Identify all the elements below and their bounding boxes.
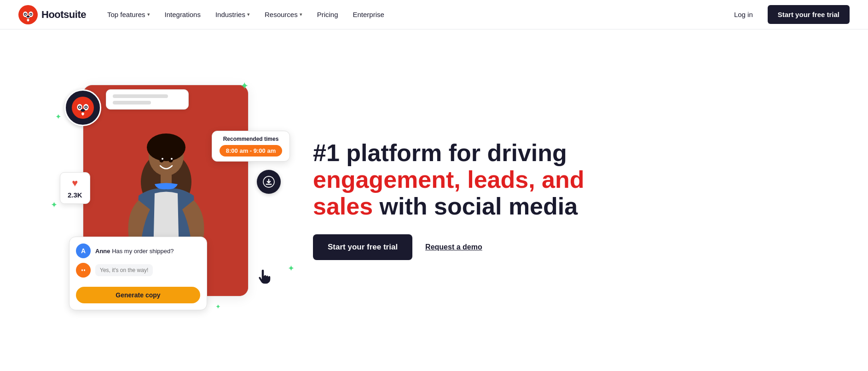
- chevron-down-icon: ▾: [300, 12, 302, 17]
- svg-point-25: [85, 106, 87, 108]
- hero-illustration: ✦ ✦ ✦ ✦ ✦: [55, 71, 285, 329]
- owl-avatar: [64, 89, 101, 126]
- hero-trial-button[interactable]: Start your free trial: [313, 234, 412, 260]
- owl-avatar-icon: [72, 97, 94, 119]
- svg-point-30: [81, 269, 83, 271]
- login-button[interactable]: Log in: [727, 7, 760, 22]
- svg-point-18: [171, 158, 173, 160]
- post-line: [113, 101, 151, 104]
- hero-text-block: #1 platform for driving engagement, lead…: [313, 139, 598, 261]
- hootsuite-owl-icon: [18, 5, 38, 24]
- nav-item-enterprise[interactable]: Enterprise: [347, 7, 391, 22]
- svg-point-5: [25, 13, 26, 15]
- navbar: Hootsuite Top features ▾ Integrations In…: [0, 0, 868, 29]
- svg-point-26: [81, 109, 85, 112]
- bot-icon: [80, 267, 87, 274]
- chat-user-avatar: A: [76, 243, 91, 258]
- svg-point-31: [84, 269, 85, 271]
- request-demo-button[interactable]: Request a demo: [425, 243, 482, 251]
- headline-part2: with social media: [373, 193, 578, 220]
- nav-item-top-features[interactable]: Top features ▾: [101, 7, 156, 22]
- svg-point-28: [80, 267, 87, 273]
- chat-message-row: A Anne Has my order shipped?: [76, 243, 200, 258]
- svg-rect-12: [161, 174, 172, 183]
- cursor-icon: [258, 269, 272, 287]
- nav-item-integrations[interactable]: Integrations: [158, 7, 207, 22]
- sparkle-icon: ✦: [51, 200, 58, 210]
- nav-links: Top features ▾ Integrations Industries ▾…: [101, 7, 727, 22]
- svg-point-24: [79, 106, 80, 108]
- nav-item-resources[interactable]: Resources ▾: [258, 7, 309, 22]
- post-preview-card: [106, 89, 189, 110]
- nav-item-pricing[interactable]: Pricing: [311, 7, 345, 22]
- chevron-down-icon: ▾: [147, 12, 150, 17]
- hero-headline: #1 platform for driving engagement, lead…: [313, 139, 598, 220]
- sparkle-icon: ✦: [215, 303, 221, 310]
- hero-actions: Start your free trial Request a demo: [313, 234, 598, 260]
- svg-point-16: [168, 157, 173, 162]
- svg-point-11: [147, 133, 185, 161]
- svg-point-17: [162, 158, 163, 160]
- nav-item-industries[interactable]: Industries ▾: [209, 7, 256, 22]
- share-button[interactable]: [257, 170, 281, 194]
- post-line: [113, 94, 168, 98]
- sparkle-icon: ✦: [288, 263, 295, 273]
- sparkle-icon: ✦: [55, 112, 61, 121]
- chat-reply-text: Yes, it's on the way!: [95, 264, 153, 276]
- svg-point-6: [30, 13, 32, 15]
- heart-icon: ♥: [72, 177, 78, 189]
- chat-bot-avatar: [76, 263, 91, 278]
- nav-right: Log in Start your free trial: [727, 5, 850, 24]
- headline-part1: #1 platform for driving: [313, 139, 567, 166]
- svg-point-15: [159, 157, 164, 162]
- likes-count: 2.3K: [68, 191, 82, 199]
- hand-cursor-icon: [258, 269, 272, 284]
- download-icon: [263, 176, 275, 188]
- chat-reply-row: Yes, it's on the way!: [76, 263, 200, 278]
- logo-link[interactable]: Hootsuite: [18, 5, 86, 24]
- chevron-down-icon: ▾: [247, 12, 250, 17]
- likes-badge: ♥ 2.3K: [60, 172, 90, 204]
- recommended-times-card: Recommended times 8:00 am - 9:00 am: [212, 131, 290, 162]
- logo-text: Hootsuite: [41, 9, 86, 21]
- chat-message-text: Anne Has my order shipped?: [95, 248, 174, 255]
- recommended-times-value: 8:00 am - 9:00 am: [220, 145, 282, 157]
- post-lines: [113, 94, 182, 104]
- sparkle-icon: ✦: [240, 80, 249, 92]
- nav-trial-button[interactable]: Start your free trial: [768, 5, 850, 24]
- hero-section: ✦ ✦ ✦ ✦ ✦: [0, 29, 868, 370]
- recommended-times-label: Recommended times: [220, 136, 282, 142]
- chat-generate-card: A Anne Has my order shipped? Yes, it's o…: [69, 237, 207, 310]
- generate-copy-button[interactable]: Generate copy: [76, 287, 200, 303]
